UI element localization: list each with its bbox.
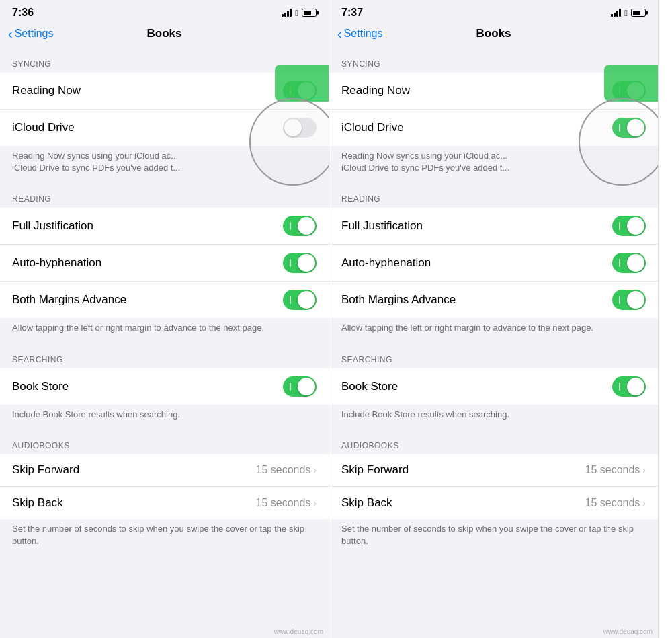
book-store-label-right: Book Store (341, 380, 398, 393)
book-store-row-left: Book Store (0, 368, 329, 405)
nav-bar-left: ‹ Settings Books (0, 23, 329, 47)
both-margins-toggle-right[interactable] (612, 290, 646, 310)
auto-hyphenation-row-right: Auto-hyphenation (329, 245, 658, 282)
full-justification-row-right: Full Justification (329, 208, 658, 245)
page-title-left: Books (147, 27, 182, 40)
section-reading-header-right: READING (329, 182, 658, 208)
reading-group-right: Full Justification Auto-hyphenation Both… (329, 208, 658, 318)
skip-forward-value-right: 15 seconds › (585, 464, 646, 476)
skip-forward-value-left: 15 seconds › (255, 464, 317, 476)
reading-now-label-right: Reading Now (341, 84, 410, 97)
signal-icon (282, 9, 292, 17)
skip-forward-row-right[interactable]: Skip Forward 15 seconds › (329, 454, 658, 487)
auto-hyphenation-label-left: Auto-hyphenation (12, 256, 101, 270)
battery-icon (302, 9, 317, 17)
icloud-drive-toggle-left[interactable] (283, 118, 317, 138)
both-margins-row-right: Both Margins Advance (329, 282, 658, 318)
syncing-description-left: Reading Now syncs using your iCloud ac..… (0, 146, 329, 182)
section-reading-header-left: READING (0, 182, 329, 208)
audiobooks-description-left: Set the number of seconds to skip when y… (0, 519, 329, 555)
nav-bar-right: ‹ Settings Books (329, 23, 658, 47)
page-title-right: Books (476, 27, 511, 40)
full-justification-label-right: Full Justification (341, 219, 423, 233)
chevron-right-icon-right: › (642, 465, 646, 475)
auto-hyphenation-row-left: Auto-hyphenation (0, 245, 329, 282)
auto-hyphenation-label-right: Auto-hyphenation (341, 256, 431, 270)
chevron-left-icon: ‹ (8, 27, 13, 40)
chevron-right-icon-2-right: › (642, 497, 646, 508)
book-store-toggle-right[interactable] (612, 376, 646, 397)
section-audiobooks-header-right: AUDIOBOOKS (329, 429, 658, 454)
wifi-icon:  (295, 8, 298, 18)
full-justification-toggle-left[interactable] (283, 216, 317, 236)
skip-forward-seconds-left: 15 seconds (255, 464, 310, 476)
skip-back-value-left: 15 seconds › (255, 497, 317, 509)
book-store-label-left: Book Store (12, 380, 69, 393)
skip-back-seconds-right: 15 seconds (585, 497, 640, 509)
right-panel: 7:37  ‹ Settings Books SYNCING (329, 0, 659, 638)
chevron-left-icon-right: ‹ (337, 27, 342, 40)
status-bar-left: 7:36  (0, 0, 329, 23)
chevron-right-icon: › (313, 465, 317, 475)
green-decoration-left (275, 65, 329, 102)
skip-back-label-left: Skip Back (12, 496, 63, 510)
battery-icon-right (631, 9, 646, 17)
time-left: 7:36 (12, 7, 34, 19)
settings-content-left: SYNCING Reading Now iCloud Drive Reading… (0, 47, 329, 555)
skip-forward-label-left: Skip Forward (12, 463, 79, 477)
skip-back-value-right: 15 seconds › (585, 497, 646, 509)
skip-back-row-right[interactable]: Skip Back 15 seconds › (329, 487, 658, 519)
full-justification-label-left: Full Justification (12, 219, 93, 233)
reading-description-left: Allow tapping the left or right margin t… (0, 318, 329, 342)
book-store-toggle-left[interactable] (283, 376, 317, 397)
section-searching-header-left: SEARCHING (0, 343, 329, 368)
icloud-drive-toggle-right[interactable] (612, 118, 646, 138)
back-button-right[interactable]: ‹ Settings (337, 27, 382, 40)
both-margins-label-left: Both Margins Advance (12, 293, 126, 307)
icloud-drive-label-right: iCloud Drive (341, 121, 404, 134)
both-margins-label-right: Both Margins Advance (341, 293, 456, 307)
searching-description-left: Include Book Store results when searchin… (0, 405, 329, 429)
back-label-right: Settings (344, 28, 383, 40)
audiobooks-group-right: Skip Forward 15 seconds › Skip Back 15 s… (329, 454, 658, 519)
audiobooks-description-right: Set the number of seconds to skip when y… (329, 519, 658, 555)
reading-description-right: Allow tapping the left or right margin t… (329, 318, 658, 342)
left-panel: 7:36  ‹ Settings Books SYNCING (0, 0, 329, 638)
icloud-drive-label-left: iCloud Drive (12, 121, 75, 134)
full-justification-toggle-right[interactable] (612, 216, 646, 236)
skip-back-row-left[interactable]: Skip Back 15 seconds › (0, 487, 329, 519)
searching-group-left: Book Store (0, 368, 329, 405)
auto-hyphenation-toggle-right[interactable] (612, 253, 646, 273)
syncing-description-right: Reading Now syncs using your iCloud ac..… (329, 146, 658, 182)
reading-group-left: Full Justification Auto-hyphenation Both… (0, 208, 329, 318)
icloud-drive-row-right: iCloud Drive (329, 110, 658, 146)
green-decoration-right (604, 65, 658, 102)
wifi-icon-right:  (624, 8, 628, 18)
status-icons-left:  (282, 8, 317, 18)
settings-content-right: SYNCING Reading Now iCloud Drive Reading… (329, 47, 658, 555)
both-margins-row-left: Both Margins Advance (0, 282, 329, 318)
searching-description-right: Include Book Store results when searchin… (329, 405, 658, 429)
skip-forward-seconds-right: 15 seconds (585, 464, 640, 476)
full-justification-row-left: Full Justification (0, 208, 329, 245)
back-button-left[interactable]: ‹ Settings (8, 27, 53, 40)
watermark-left: www.deuaq.com (274, 628, 323, 635)
reading-now-label-left: Reading Now (12, 84, 81, 97)
skip-back-seconds-left: 15 seconds (255, 497, 310, 509)
back-label-left: Settings (15, 28, 54, 40)
both-margins-toggle-left[interactable] (283, 290, 317, 310)
watermark-right: www.deuaq.com (603, 628, 653, 635)
chevron-right-icon-2: › (313, 497, 317, 508)
audiobooks-group-left: Skip Forward 15 seconds › Skip Back 15 s… (0, 454, 329, 519)
skip-back-label-right: Skip Back (341, 496, 392, 510)
skip-forward-row-left[interactable]: Skip Forward 15 seconds › (0, 454, 329, 487)
status-icons-right:  (611, 8, 646, 18)
signal-icon-right (611, 9, 621, 17)
status-bar-right: 7:37  (329, 0, 658, 23)
book-store-row-right: Book Store (329, 368, 658, 405)
icloud-drive-row-left: iCloud Drive (0, 110, 329, 146)
section-audiobooks-header-left: AUDIOBOOKS (0, 429, 329, 454)
searching-group-right: Book Store (329, 368, 658, 405)
auto-hyphenation-toggle-left[interactable] (283, 253, 317, 273)
skip-forward-label-right: Skip Forward (341, 463, 409, 477)
